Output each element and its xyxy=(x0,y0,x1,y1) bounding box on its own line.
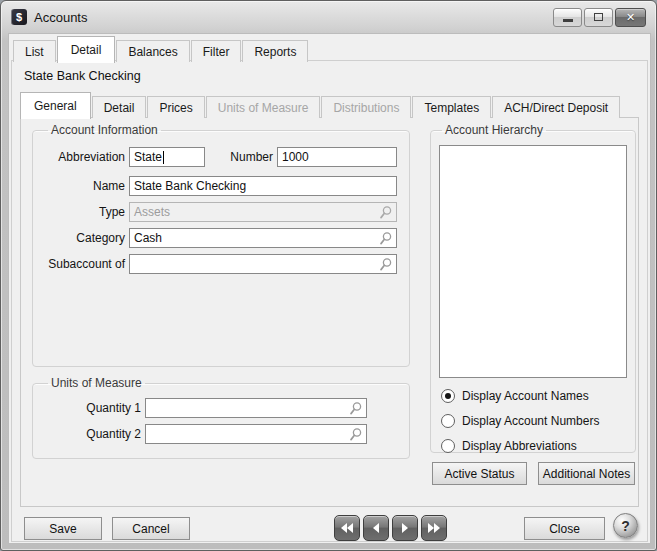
first-record-button[interactable] xyxy=(334,515,360,541)
quantity1-lookup-magnifier-icon[interactable] xyxy=(348,401,363,416)
additional-notes-button[interactable]: Additional Notes xyxy=(538,462,635,485)
nav-previous-icon xyxy=(369,521,383,535)
subtab-detail[interactable]: Detail xyxy=(92,96,147,118)
abbreviation-number-row: Abbreviation State Number 1000 xyxy=(45,147,397,167)
account-hierarchy-group: Account Hierarchy Display Account Names … xyxy=(430,123,636,453)
category-label: Category xyxy=(45,231,129,245)
quantity2-label: Quantity 2 xyxy=(45,427,145,441)
detail-tab-page: State Bank Checking General Detail Price… xyxy=(11,60,648,542)
subaccount-of-label: Subaccount of xyxy=(45,257,129,271)
name-label: Name xyxy=(45,179,129,193)
active-status-button[interactable]: Active Status xyxy=(432,462,527,485)
app-icon: $ xyxy=(11,9,27,25)
text-caret xyxy=(163,151,164,164)
number-input[interactable]: 1000 xyxy=(277,147,397,167)
tab-reports[interactable]: Reports xyxy=(242,40,308,62)
subtab-prices[interactable]: Prices xyxy=(147,96,204,118)
abbreviation-input[interactable]: State xyxy=(129,147,205,167)
display-account-numbers-radio[interactable] xyxy=(441,414,455,428)
display-account-names-radio[interactable] xyxy=(441,389,455,403)
subtab-general[interactable]: General xyxy=(20,92,91,119)
previous-record-button[interactable] xyxy=(363,515,389,541)
title-bar[interactable]: $ Accounts ✕ xyxy=(1,1,656,33)
display-abbreviations-option[interactable]: Display Abbreviations xyxy=(441,438,627,453)
subaccount-row: Subaccount of xyxy=(45,254,397,274)
maximize-icon xyxy=(594,13,603,21)
save-button[interactable]: Save xyxy=(24,517,102,540)
close-button[interactable]: Close xyxy=(524,517,605,540)
display-account-names-option[interactable]: Display Account Names xyxy=(441,388,627,403)
maximize-button[interactable] xyxy=(584,8,613,27)
close-icon: ✕ xyxy=(626,11,635,24)
close-window-button[interactable]: ✕ xyxy=(615,8,646,27)
number-label: Number xyxy=(230,150,277,164)
help-icon: ? xyxy=(621,518,630,534)
nav-first-icon xyxy=(339,521,355,535)
type-input: Assets xyxy=(129,202,397,222)
window-title: Accounts xyxy=(34,10,87,25)
subaccount-of-input[interactable] xyxy=(129,254,397,274)
type-label: Type xyxy=(45,205,129,219)
display-account-numbers-label: Display Account Numbers xyxy=(462,414,599,428)
tab-detail[interactable]: Detail xyxy=(57,36,116,63)
display-account-names-label: Display Account Names xyxy=(462,389,589,403)
client-area: List Detail Balances Filter Reports Stat… xyxy=(8,33,651,544)
name-input[interactable]: State Bank Checking xyxy=(129,176,397,196)
tab-list[interactable]: List xyxy=(13,40,56,62)
type-lookup-magnifier-icon xyxy=(378,205,393,220)
quantity2-row: Quantity 2 xyxy=(45,424,397,444)
tab-filter[interactable]: Filter xyxy=(191,40,242,62)
abbreviation-label: Abbreviation xyxy=(45,150,129,164)
accounts-window: $ Accounts ✕ List Detail Balances Filter… xyxy=(0,0,657,551)
category-input[interactable]: Cash xyxy=(129,228,397,248)
account-hierarchy-list[interactable] xyxy=(439,145,627,378)
subtab-units-of-measure: Units of Measure xyxy=(206,96,321,118)
type-row: Type Assets xyxy=(45,202,397,222)
units-of-measure-legend: Units of Measure xyxy=(48,376,145,390)
cancel-button[interactable]: Cancel xyxy=(112,517,190,540)
display-account-numbers-option[interactable]: Display Account Numbers xyxy=(441,413,627,428)
quantity2-lookup-magnifier-icon[interactable] xyxy=(348,427,363,442)
minimize-button[interactable] xyxy=(553,8,582,27)
account-information-legend: Account Information xyxy=(48,123,161,137)
quantity1-input[interactable] xyxy=(145,398,367,418)
display-abbreviations-radio[interactable] xyxy=(441,439,455,453)
name-row: Name State Bank Checking xyxy=(45,176,397,196)
subtab-distributions: Distributions xyxy=(321,96,411,118)
subtab-templates[interactable]: Templates xyxy=(412,96,491,118)
primary-tab-strip: List Detail Balances Filter Reports xyxy=(13,36,309,62)
subtab-ach-direct-deposit[interactable]: ACH/Direct Deposit xyxy=(492,96,620,118)
quantity1-row: Quantity 1 xyxy=(45,398,397,418)
quantity2-input[interactable] xyxy=(145,424,367,444)
record-title: State Bank Checking xyxy=(24,69,141,83)
category-row: Category Cash xyxy=(45,228,397,248)
category-lookup-magnifier-icon[interactable] xyxy=(378,231,393,246)
secondary-tab-strip: General Detail Prices Units of Measure D… xyxy=(20,92,621,118)
nav-next-icon xyxy=(398,521,412,535)
minimize-icon xyxy=(563,19,573,22)
window-controls: ✕ xyxy=(553,8,646,27)
account-hierarchy-legend: Account Hierarchy xyxy=(442,123,546,137)
last-record-button[interactable] xyxy=(421,515,447,541)
general-tab-page: Account Information Abbreviation State N… xyxy=(20,117,639,507)
next-record-button[interactable] xyxy=(392,515,418,541)
tab-balances[interactable]: Balances xyxy=(116,40,189,62)
help-button[interactable]: ? xyxy=(613,513,638,538)
nav-last-icon xyxy=(426,521,442,535)
display-abbreviations-label: Display Abbreviations xyxy=(462,439,577,453)
record-navigation xyxy=(334,515,447,541)
subaccount-lookup-magnifier-icon[interactable] xyxy=(378,257,393,272)
units-of-measure-group: Units of Measure Quantity 1 Quantity 2 xyxy=(32,376,410,459)
account-information-group: Account Information Abbreviation State N… xyxy=(32,123,410,367)
quantity1-label: Quantity 1 xyxy=(45,401,145,415)
